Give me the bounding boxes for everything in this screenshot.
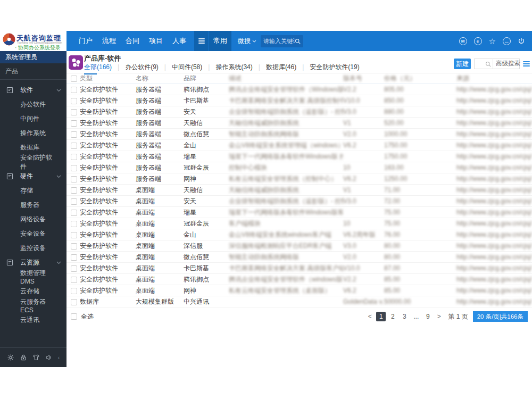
advanced-search-button[interactable]: 高级搜索 <box>493 59 523 69</box>
table-row[interactable]: 安全防护软件 服务器端 腾讯御点 腾讯企业终端安全管理软件（Windows版） … <box>66 84 532 95</box>
category-tab[interactable]: 数据库(46) <box>253 63 296 73</box>
table-row[interactable]: 数据库 大规模集群版 中兴通讯 GoldenData v... 50000.00… <box>66 296 532 307</box>
table-row[interactable]: 安全防护软件 桌面端 冠群金辰 客户端模块 10 75.00 http://ww… <box>66 218 532 229</box>
filter-input[interactable] <box>475 61 485 67</box>
sidebar-item[interactable]: 数据管理DMS <box>0 270 66 284</box>
sidebar-item[interactable]: 操作系统 <box>0 126 66 140</box>
row-checkbox[interactable] <box>71 232 77 238</box>
page-number[interactable]: 9 <box>423 312 433 321</box>
row-checkbox[interactable] <box>71 299 77 305</box>
sidebar-item[interactable]: 云通讯 <box>0 313 66 327</box>
category-tab[interactable]: 办公软件(9) <box>112 63 159 73</box>
collapse-arrow-icon[interactable]: ‹ <box>58 355 60 361</box>
gear-icon[interactable] <box>7 354 14 361</box>
header-checkbox[interactable] <box>71 76 77 82</box>
top-nav-item[interactable]: 合同 <box>121 31 144 51</box>
oa-login-link[interactable]: · 协同办公系统登录 <box>15 44 61 52</box>
prev-page-button[interactable]: < <box>365 312 374 321</box>
table-row[interactable]: 安全防护软件 服务器端 天融信 天融信终端威胁防御系统 V1 520.00 ht… <box>66 118 532 129</box>
cell-source: http://www.zjcg.gov.cn/cjsj/ <box>456 298 532 305</box>
row-checkbox[interactable] <box>71 143 77 149</box>
menu-toggle-button[interactable] <box>194 31 209 51</box>
sidebar-item[interactable]: 中间件 <box>0 112 66 126</box>
page-size-info[interactable]: 20 条/页|共166条 <box>473 311 528 322</box>
sidebar-item[interactable]: 云资源 <box>0 255 66 270</box>
more-icon[interactable]: ... <box>503 37 511 45</box>
row-checkbox[interactable] <box>71 165 77 171</box>
new-button[interactable]: 新建 <box>454 59 471 69</box>
list-view-icon[interactable] <box>523 60 530 68</box>
row-checkbox[interactable] <box>71 210 77 216</box>
table-row[interactable]: 安全防护软件 服务器端 安天 企业级智能终端防御系统（追影版）- 控制中心管理 … <box>66 106 532 118</box>
row-checkbox[interactable] <box>71 288 77 294</box>
sidebar-item[interactable]: 服务器 <box>0 198 66 212</box>
row-checkbox[interactable] <box>71 243 77 250</box>
row-checkbox[interactable] <box>71 131 77 138</box>
sidebar-item[interactable]: 云存储 <box>0 284 66 298</box>
row-checkbox[interactable] <box>71 198 77 205</box>
sidebar-item[interactable]: 网络设备 <box>0 212 66 227</box>
table-row[interactable]: 安全防护软件 桌面端 安天 企业级智能终端防御系统（追影版）- 控制中心管理 V… <box>66 196 532 207</box>
row-checkbox[interactable] <box>71 154 77 160</box>
lock-icon[interactable] <box>20 354 27 361</box>
m-badge-icon[interactable]: M <box>459 37 467 45</box>
power-icon[interactable] <box>518 37 525 45</box>
message-icon[interactable]: e <box>474 37 482 45</box>
row-checkbox[interactable] <box>71 98 77 104</box>
table-row[interactable]: 安全防护软件 桌面端 深信服 深信服终端检测响应平台EDR客户端 V3.0 80… <box>66 240 532 252</box>
sidebar-item[interactable]: 存储 <box>0 184 66 198</box>
page-number[interactable]: ... <box>411 312 421 321</box>
row-checkbox[interactable] <box>71 87 77 93</box>
table-row[interactable]: 安全防护软件 服务器端 网神 私有云终端安全管理系统（控制中心） V6.2 12… <box>66 173 532 185</box>
search-input[interactable] <box>263 38 295 44</box>
category-tab[interactable]: 中间件(58) <box>159 63 202 73</box>
row-checkbox[interactable] <box>71 109 77 115</box>
next-page-button[interactable]: > <box>435 312 443 321</box>
category-tab[interactable]: 全部(166) <box>84 63 112 73</box>
sidebar-item[interactable]: 硬件 <box>0 169 66 184</box>
sidebar-item[interactable]: 软件 <box>0 83 66 97</box>
table-row[interactable]: 安全防护软件 桌面端 网神 私有云终端安全管理系统（桌面版） V6.2 85.0… <box>66 285 532 296</box>
sidebar-item[interactable]: 安全设备 <box>0 227 66 241</box>
sidebar-item[interactable]: 监控设备 <box>0 241 66 255</box>
page-jump-label[interactable]: 第 1 页 <box>448 312 468 321</box>
page-number[interactable]: 3 <box>400 312 409 321</box>
table-row[interactable]: 安全防护软件 桌面端 微点佰慧 智能主动防御系统网络版 V2.0 80.00 h… <box>66 252 532 263</box>
page-number[interactable]: 1 <box>376 312 386 321</box>
sidebar-item[interactable]: 安全防护软件 <box>0 155 66 169</box>
speaker-icon[interactable] <box>45 354 53 361</box>
table-row[interactable]: 安全防护软件 桌面端 腾讯御点 腾讯企业终端安全管理软件（windows版）V2… <box>66 274 532 285</box>
theme-shirt-icon[interactable] <box>32 354 40 361</box>
table-row[interactable]: 安全防护软件 桌面端 天融信 天融信终端威胁防御系统 V1 71.00 http… <box>66 185 532 196</box>
table-row[interactable]: 安全防护软件 服务器端 卡巴斯基 卡巴斯基网络安全解决方案 高级版控制中心 更新… <box>66 95 532 106</box>
table-row[interactable]: 安全防护软件 桌面端 卡巴斯基 卡巴斯基网络安全解决方案 高级版客户端许可 更新… <box>66 263 532 274</box>
table-row[interactable]: 安全防护软件 桌面端 金山 金山V8终端安全系统windows客户端 V6.2周… <box>66 229 532 240</box>
top-nav-item[interactable]: 流程 <box>97 31 121 51</box>
sidebar-item[interactable]: 办公软件 <box>0 97 66 112</box>
search-scope-dropdown[interactable]: 微搜 <box>238 37 256 46</box>
row-checkbox[interactable] <box>71 221 77 227</box>
favorite-icon[interactable]: ☆ <box>489 37 496 45</box>
table-row[interactable]: 安全防护软件 服务器端 冠群金辰 控制中心模块 10 163.00 http:/… <box>66 162 532 173</box>
table-row[interactable]: 安全防护软件 服务器端 瑞星 瑞星下一代网络版杀毒软件Windows版 控制中心… <box>66 151 532 162</box>
row-checkbox[interactable] <box>71 254 77 261</box>
top-nav-item[interactable]: 人事 <box>168 31 191 51</box>
row-checkbox[interactable] <box>71 265 77 272</box>
cell-name: 服务器端 <box>136 163 184 172</box>
select-all-checkbox[interactable] <box>71 313 77 320</box>
sidebar-item[interactable]: 云服务器ECS <box>0 298 66 313</box>
page-number[interactable]: 2 <box>388 312 397 321</box>
row-checkbox[interactable] <box>71 187 77 194</box>
row-checkbox[interactable] <box>71 120 77 127</box>
category-tab[interactable]: 操作系统(34) <box>202 63 252 73</box>
table-row[interactable]: 安全防护软件 服务器端 微点佰慧 智能主动防御系统网络版 V2.0 1000.0… <box>66 129 532 140</box>
cell-brand: 网神 <box>184 286 229 295</box>
row-checkbox[interactable] <box>71 277 77 283</box>
category-tab[interactable]: 安全防护软件(19) <box>296 63 359 73</box>
top-nav-item[interactable]: 项目 <box>144 31 168 51</box>
tab-common[interactable]: 常用 <box>209 31 231 51</box>
top-nav-item[interactable]: 门户 <box>74 31 97 51</box>
table-row[interactable]: 安全防护软件 桌面端 瑞星 瑞星下一代网络版杀毒软件Windows版客户端 75… <box>66 207 532 218</box>
table-row[interactable]: 安全防护软件 服务器端 金山 金山V8终端安全系统管理端（windows）控制中… <box>66 140 532 151</box>
row-checkbox[interactable] <box>71 176 77 182</box>
